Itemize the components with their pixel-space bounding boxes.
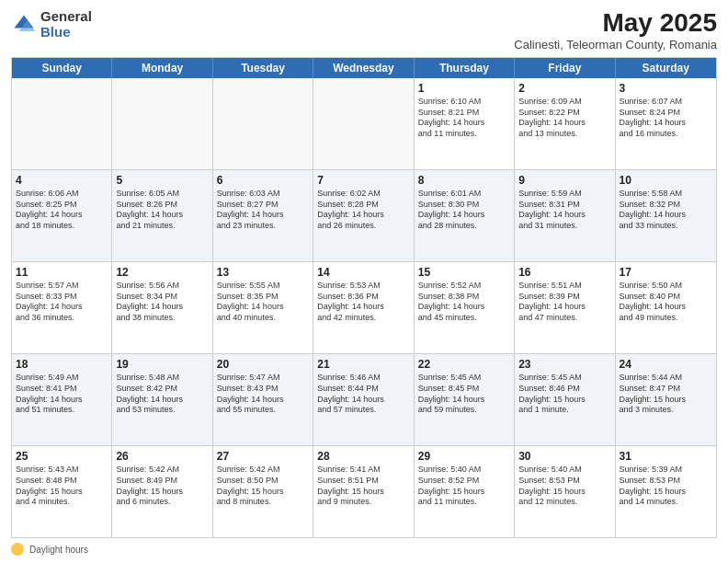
day-cell: 3Sunrise: 6:07 AM Sunset: 8:24 PM Daylig… (616, 78, 716, 169)
day-cell: 10Sunrise: 5:58 AM Sunset: 8:32 PM Dayli… (616, 170, 716, 261)
day-cell (112, 78, 212, 169)
day-cell: 25Sunrise: 5:43 AM Sunset: 8:48 PM Dayli… (12, 446, 112, 537)
day-number: 1 (418, 81, 510, 96)
day-info: Sunrise: 5:43 AM Sunset: 8:48 PM Dayligh… (16, 465, 108, 508)
day-number: 5 (116, 173, 208, 188)
day-number: 27 (217, 449, 309, 464)
day-cell: 8Sunrise: 6:01 AM Sunset: 8:30 PM Daylig… (415, 170, 515, 261)
day-header-saturday: Saturday (616, 58, 716, 78)
day-cell (12, 78, 112, 169)
week-row-1: 4Sunrise: 6:06 AM Sunset: 8:25 PM Daylig… (12, 169, 716, 261)
day-info: Sunrise: 5:41 AM Sunset: 8:51 PM Dayligh… (317, 465, 409, 508)
day-cell: 19Sunrise: 5:48 AM Sunset: 8:42 PM Dayli… (112, 354, 212, 445)
day-number: 12 (116, 265, 208, 280)
day-headers-row: SundayMondayTuesdayWednesdayThursdayFrid… (12, 58, 716, 78)
logo: General Blue (11, 9, 92, 40)
title-block: May 2025 Calinesti, Teleorman County, Ro… (514, 9, 717, 52)
day-info: Sunrise: 6:10 AM Sunset: 8:21 PM Dayligh… (418, 97, 510, 140)
day-info: Sunrise: 5:45 AM Sunset: 8:46 PM Dayligh… (518, 373, 610, 416)
day-info: Sunrise: 5:40 AM Sunset: 8:52 PM Dayligh… (418, 465, 510, 508)
day-info: Sunrise: 6:06 AM Sunset: 8:25 PM Dayligh… (16, 189, 108, 232)
day-info: Sunrise: 5:55 AM Sunset: 8:35 PM Dayligh… (217, 281, 309, 324)
day-number: 4 (16, 173, 108, 188)
day-number: 24 (620, 357, 712, 372)
day-info: Sunrise: 6:03 AM Sunset: 8:27 PM Dayligh… (217, 189, 309, 232)
day-info: Sunrise: 5:39 AM Sunset: 8:53 PM Dayligh… (620, 465, 712, 508)
day-cell: 26Sunrise: 5:42 AM Sunset: 8:49 PM Dayli… (112, 446, 212, 537)
day-cell: 18Sunrise: 5:49 AM Sunset: 8:41 PM Dayli… (12, 354, 112, 445)
day-number: 3 (620, 81, 712, 96)
day-info: Sunrise: 6:05 AM Sunset: 8:26 PM Dayligh… (116, 189, 208, 232)
day-number: 25 (16, 449, 108, 464)
day-number: 7 (317, 173, 409, 188)
day-number: 29 (418, 449, 510, 464)
day-info: Sunrise: 5:47 AM Sunset: 8:43 PM Dayligh… (217, 373, 309, 416)
day-number: 21 (317, 357, 409, 372)
day-cell: 21Sunrise: 5:46 AM Sunset: 8:44 PM Dayli… (313, 354, 414, 445)
day-cell: 16Sunrise: 5:51 AM Sunset: 8:39 PM Dayli… (515, 262, 615, 353)
day-cell: 1Sunrise: 6:10 AM Sunset: 8:21 PM Daylig… (415, 78, 515, 169)
week-row-3: 18Sunrise: 5:49 AM Sunset: 8:41 PM Dayli… (12, 353, 716, 445)
day-cell (313, 78, 414, 169)
day-cell: 11Sunrise: 5:57 AM Sunset: 8:33 PM Dayli… (12, 262, 112, 353)
logo-general: General (40, 9, 92, 25)
day-cell: 28Sunrise: 5:41 AM Sunset: 8:51 PM Dayli… (313, 446, 414, 537)
day-cell: 6Sunrise: 6:03 AM Sunset: 8:27 PM Daylig… (213, 170, 313, 261)
day-header-monday: Monday (112, 58, 212, 78)
day-cell: 27Sunrise: 5:42 AM Sunset: 8:50 PM Dayli… (213, 446, 313, 537)
day-number: 26 (116, 449, 208, 464)
day-info: Sunrise: 5:53 AM Sunset: 8:36 PM Dayligh… (317, 281, 409, 324)
day-header-friday: Friday (515, 58, 615, 78)
day-info: Sunrise: 5:40 AM Sunset: 8:53 PM Dayligh… (518, 465, 610, 508)
day-number: 19 (116, 357, 208, 372)
day-info: Sunrise: 6:09 AM Sunset: 8:22 PM Dayligh… (518, 97, 610, 140)
day-cell: 7Sunrise: 6:02 AM Sunset: 8:28 PM Daylig… (313, 170, 414, 261)
day-cell: 12Sunrise: 5:56 AM Sunset: 8:34 PM Dayli… (112, 262, 212, 353)
page-header: General Blue May 2025 Calinesti, Teleorm… (11, 9, 717, 52)
calendar: SundayMondayTuesdayWednesdayThursdayFrid… (11, 57, 717, 538)
day-info: Sunrise: 6:02 AM Sunset: 8:28 PM Dayligh… (317, 189, 409, 232)
day-info: Sunrise: 5:45 AM Sunset: 8:45 PM Dayligh… (418, 373, 510, 416)
day-info: Sunrise: 5:42 AM Sunset: 8:49 PM Dayligh… (116, 465, 208, 508)
day-number: 28 (317, 449, 409, 464)
day-cell: 30Sunrise: 5:40 AM Sunset: 8:53 PM Dayli… (515, 446, 615, 537)
day-info: Sunrise: 5:46 AM Sunset: 8:44 PM Dayligh… (317, 373, 409, 416)
day-info: Sunrise: 5:58 AM Sunset: 8:32 PM Dayligh… (620, 189, 712, 232)
day-number: 10 (620, 173, 712, 188)
day-number: 20 (217, 357, 309, 372)
day-info: Sunrise: 6:01 AM Sunset: 8:30 PM Dayligh… (418, 189, 510, 232)
day-number: 18 (16, 357, 108, 372)
day-cell: 14Sunrise: 5:53 AM Sunset: 8:36 PM Dayli… (313, 262, 414, 353)
day-cell: 23Sunrise: 5:45 AM Sunset: 8:46 PM Dayli… (515, 354, 615, 445)
day-info: Sunrise: 5:56 AM Sunset: 8:34 PM Dayligh… (116, 281, 208, 324)
logo-icon (11, 12, 37, 38)
day-cell: 17Sunrise: 5:50 AM Sunset: 8:40 PM Dayli… (616, 262, 716, 353)
day-cell: 24Sunrise: 5:44 AM Sunset: 8:47 PM Dayli… (616, 354, 716, 445)
day-info: Sunrise: 5:59 AM Sunset: 8:31 PM Dayligh… (518, 189, 610, 232)
day-cell: 15Sunrise: 5:52 AM Sunset: 8:38 PM Dayli… (415, 262, 515, 353)
calendar-body: 1Sunrise: 6:10 AM Sunset: 8:21 PM Daylig… (12, 78, 716, 537)
day-cell: 2Sunrise: 6:09 AM Sunset: 8:22 PM Daylig… (515, 78, 615, 169)
location-subtitle: Calinesti, Teleorman County, Romania (514, 38, 717, 52)
day-number: 14 (317, 265, 409, 280)
day-info: Sunrise: 5:44 AM Sunset: 8:47 PM Dayligh… (620, 373, 712, 416)
day-header-wednesday: Wednesday (313, 58, 414, 78)
logo-blue: Blue (40, 25, 92, 40)
day-number: 31 (620, 449, 712, 464)
logo-text: General Blue (40, 9, 92, 40)
day-info: Sunrise: 5:42 AM Sunset: 8:50 PM Dayligh… (217, 465, 309, 508)
day-cell: 31Sunrise: 5:39 AM Sunset: 8:53 PM Dayli… (616, 446, 716, 537)
week-row-0: 1Sunrise: 6:10 AM Sunset: 8:21 PM Daylig… (12, 78, 716, 169)
day-number: 15 (418, 265, 510, 280)
sun-icon (11, 543, 24, 556)
day-number: 2 (518, 81, 610, 96)
daylight-label: Daylight hours (29, 545, 88, 555)
day-info: Sunrise: 5:48 AM Sunset: 8:42 PM Dayligh… (116, 373, 208, 416)
day-number: 23 (518, 357, 610, 372)
day-number: 11 (16, 265, 108, 280)
day-header-thursday: Thursday (415, 58, 515, 78)
day-number: 30 (518, 449, 610, 464)
legend: Daylight hours (11, 543, 717, 556)
day-cell: 22Sunrise: 5:45 AM Sunset: 8:45 PM Dayli… (415, 354, 515, 445)
month-title: May 2025 (514, 9, 717, 38)
